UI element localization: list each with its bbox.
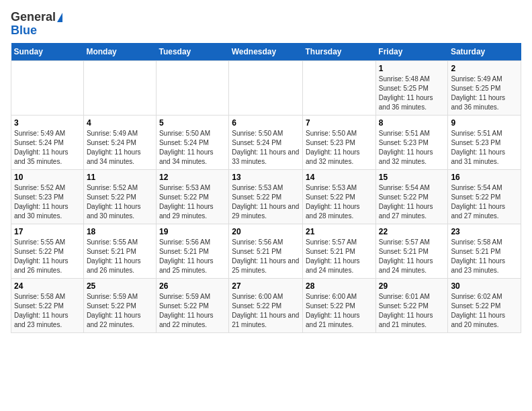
calendar-cell: 14Sunrise: 5:53 AM Sunset: 5:22 PM Dayli…: [303, 169, 376, 224]
day-info: Sunrise: 6:01 AM Sunset: 5:22 PM Dayligh…: [379, 292, 445, 330]
day-number: 2: [451, 64, 518, 73]
day-number: 15: [379, 173, 445, 182]
week-row-4: 17Sunrise: 5:55 AM Sunset: 5:22 PM Dayli…: [11, 224, 521, 278]
calendar-cell: 2Sunrise: 5:49 AM Sunset: 5:25 PM Daylig…: [448, 60, 521, 115]
calendar-cell: [229, 60, 303, 115]
calendar-cell: 19Sunrise: 5:56 AM Sunset: 5:21 PM Dayli…: [156, 224, 228, 278]
day-number: 8: [379, 118, 445, 128]
week-row-2: 3Sunrise: 5:49 AM Sunset: 5:24 PM Daylig…: [11, 115, 521, 169]
day-number: 30: [451, 281, 518, 291]
day-info: Sunrise: 5:51 AM Sunset: 5:23 PM Dayligh…: [379, 129, 445, 167]
day-number: 22: [379, 227, 445, 236]
calendar-cell: 11Sunrise: 5:52 AM Sunset: 5:22 PM Dayli…: [83, 169, 156, 224]
day-info: Sunrise: 5:56 AM Sunset: 5:21 PM Dayligh…: [232, 238, 300, 275]
calendar-cell: [11, 60, 84, 115]
calendar-cell: 18Sunrise: 5:55 AM Sunset: 5:21 PM Dayli…: [83, 224, 156, 278]
day-info: Sunrise: 6:02 AM Sunset: 5:22 PM Dayligh…: [451, 292, 518, 330]
day-info: Sunrise: 5:55 AM Sunset: 5:21 PM Dayligh…: [87, 238, 153, 275]
week-row-3: 10Sunrise: 5:52 AM Sunset: 5:23 PM Dayli…: [11, 169, 521, 224]
calendar-cell: 28Sunrise: 6:00 AM Sunset: 5:22 PM Dayli…: [303, 278, 376, 332]
day-number: 10: [14, 173, 81, 182]
day-number: 9: [451, 118, 518, 128]
day-info: Sunrise: 5:49 AM Sunset: 5:25 PM Dayligh…: [451, 75, 518, 112]
day-info: Sunrise: 5:59 AM Sunset: 5:22 PM Dayligh…: [87, 292, 153, 330]
calendar-cell: 1Sunrise: 5:48 AM Sunset: 5:25 PM Daylig…: [375, 60, 448, 115]
day-number: 28: [306, 281, 373, 291]
calendar-cell: 8Sunrise: 5:51 AM Sunset: 5:23 PM Daylig…: [375, 115, 448, 169]
day-number: 14: [306, 173, 373, 182]
header-day-tuesday: Tuesday: [156, 43, 228, 61]
day-info: Sunrise: 5:54 AM Sunset: 5:22 PM Dayligh…: [379, 183, 445, 221]
calendar-cell: 22Sunrise: 5:57 AM Sunset: 5:21 PM Dayli…: [375, 224, 448, 278]
day-info: Sunrise: 5:53 AM Sunset: 5:22 PM Dayligh…: [159, 183, 226, 221]
day-number: 12: [159, 173, 226, 182]
header-row: SundayMondayTuesdayWednesdayThursdayFrid…: [11, 43, 521, 61]
calendar-cell: 10Sunrise: 5:52 AM Sunset: 5:23 PM Dayli…: [11, 169, 84, 224]
calendar-cell: 26Sunrise: 5:59 AM Sunset: 5:22 PM Dayli…: [156, 278, 228, 332]
calendar-cell: 24Sunrise: 5:58 AM Sunset: 5:22 PM Dayli…: [11, 278, 84, 332]
calendar-cell: 5Sunrise: 5:50 AM Sunset: 5:24 PM Daylig…: [156, 115, 228, 169]
day-info: Sunrise: 6:00 AM Sunset: 5:22 PM Dayligh…: [232, 292, 300, 330]
header-day-thursday: Thursday: [303, 43, 376, 61]
day-info: Sunrise: 5:48 AM Sunset: 5:25 PM Dayligh…: [379, 75, 445, 112]
day-info: Sunrise: 5:50 AM Sunset: 5:24 PM Dayligh…: [232, 129, 300, 167]
day-info: Sunrise: 5:50 AM Sunset: 5:24 PM Dayligh…: [159, 129, 226, 167]
day-info: Sunrise: 5:49 AM Sunset: 5:24 PM Dayligh…: [87, 129, 153, 167]
day-info: Sunrise: 5:53 AM Sunset: 5:22 PM Dayligh…: [232, 183, 300, 221]
day-number: 19: [159, 227, 226, 236]
day-info: Sunrise: 5:59 AM Sunset: 5:22 PM Dayligh…: [159, 292, 226, 330]
logo-general: General: [11, 11, 56, 24]
day-info: Sunrise: 5:54 AM Sunset: 5:22 PM Dayligh…: [451, 183, 518, 221]
logo-blue: Blue: [11, 24, 37, 38]
calendar-cell: 27Sunrise: 6:00 AM Sunset: 5:22 PM Dayli…: [229, 278, 303, 332]
day-number: 6: [232, 118, 300, 128]
calendar-cell: 12Sunrise: 5:53 AM Sunset: 5:22 PM Dayli…: [156, 169, 228, 224]
calendar-cell: 9Sunrise: 5:51 AM Sunset: 5:23 PM Daylig…: [448, 115, 521, 169]
day-number: 18: [87, 227, 153, 236]
day-number: 21: [306, 227, 373, 236]
calendar-cell: 17Sunrise: 5:55 AM Sunset: 5:22 PM Dayli…: [11, 224, 84, 278]
calendar-cell: [303, 60, 376, 115]
header-day-wednesday: Wednesday: [229, 43, 303, 61]
calendar-cell: 30Sunrise: 6:02 AM Sunset: 5:22 PM Dayli…: [448, 278, 521, 332]
day-number: 5: [159, 118, 226, 128]
calendar-cell: 7Sunrise: 5:50 AM Sunset: 5:23 PM Daylig…: [303, 115, 376, 169]
week-row-5: 24Sunrise: 5:58 AM Sunset: 5:22 PM Dayli…: [11, 278, 521, 332]
day-number: 29: [379, 281, 445, 291]
calendar-cell: 29Sunrise: 6:01 AM Sunset: 5:22 PM Dayli…: [375, 278, 448, 332]
calendar-cell: 16Sunrise: 5:54 AM Sunset: 5:22 PM Dayli…: [448, 169, 521, 224]
logo: General Blue: [11, 11, 62, 38]
day-info: Sunrise: 5:57 AM Sunset: 5:21 PM Dayligh…: [306, 238, 373, 275]
day-number: 27: [232, 281, 300, 291]
calendar-cell: 23Sunrise: 5:58 AM Sunset: 5:21 PM Dayli…: [448, 224, 521, 278]
day-number: 24: [14, 281, 81, 291]
calendar-cell: [83, 60, 156, 115]
day-number: 17: [14, 227, 81, 236]
day-number: 23: [451, 227, 518, 236]
day-number: 25: [87, 281, 153, 291]
day-number: 3: [14, 118, 81, 128]
day-number: 1: [379, 64, 445, 73]
day-info: Sunrise: 5:58 AM Sunset: 5:21 PM Dayligh…: [451, 238, 518, 275]
header-day-saturday: Saturday: [448, 43, 521, 61]
header-day-sunday: Sunday: [11, 43, 84, 61]
calendar-table: SundayMondayTuesdayWednesdayThursdayFrid…: [11, 43, 521, 333]
calendar-body: 1Sunrise: 5:48 AM Sunset: 5:25 PM Daylig…: [11, 60, 521, 332]
logo-triangle-icon: [57, 13, 62, 22]
header-day-monday: Monday: [83, 43, 156, 61]
week-row-1: 1Sunrise: 5:48 AM Sunset: 5:25 PM Daylig…: [11, 60, 521, 115]
day-info: Sunrise: 6:00 AM Sunset: 5:22 PM Dayligh…: [306, 292, 373, 330]
day-number: 16: [451, 173, 518, 182]
calendar-cell: 20Sunrise: 5:56 AM Sunset: 5:21 PM Dayli…: [229, 224, 303, 278]
calendar-cell: 21Sunrise: 5:57 AM Sunset: 5:21 PM Dayli…: [303, 224, 376, 278]
calendar-cell: [156, 60, 228, 115]
calendar-cell: 3Sunrise: 5:49 AM Sunset: 5:24 PM Daylig…: [11, 115, 84, 169]
day-info: Sunrise: 5:51 AM Sunset: 5:23 PM Dayligh…: [451, 129, 518, 167]
day-number: 11: [87, 173, 153, 182]
day-info: Sunrise: 5:52 AM Sunset: 5:22 PM Dayligh…: [87, 183, 153, 221]
calendar-cell: 13Sunrise: 5:53 AM Sunset: 5:22 PM Dayli…: [229, 169, 303, 224]
day-number: 7: [306, 118, 373, 128]
calendar-cell: 6Sunrise: 5:50 AM Sunset: 5:24 PM Daylig…: [229, 115, 303, 169]
day-number: 20: [232, 227, 300, 236]
header-day-friday: Friday: [375, 43, 448, 61]
